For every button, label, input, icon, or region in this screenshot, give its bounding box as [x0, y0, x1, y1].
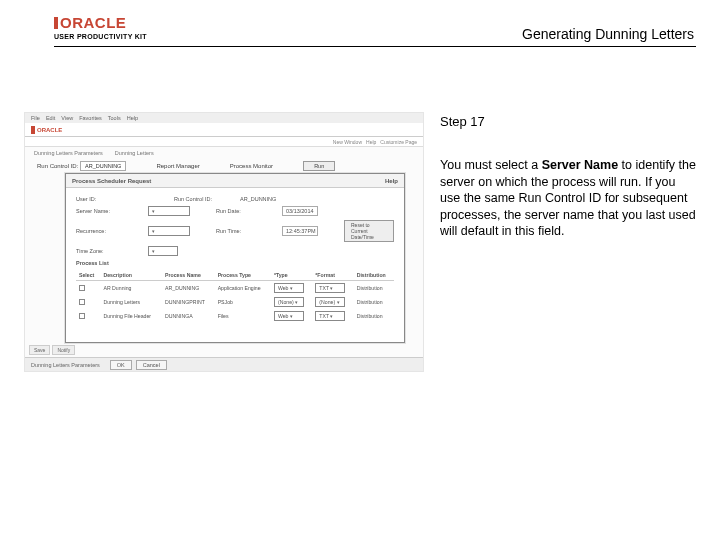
cell-dist-link[interactable]: Distribution [354, 281, 394, 296]
modal-title-text: Process Scheduler Request [72, 178, 151, 184]
instruction-before: You must select a [440, 158, 542, 172]
table-row: Dunning Letters DUNNINGPRINT PSJob (None… [76, 295, 394, 309]
recurrence-dropdown[interactable] [148, 226, 190, 236]
tab-dunning-letters[interactable]: Dunning Letters [112, 149, 157, 157]
col-select: Select [76, 270, 100, 281]
cell-desc: Dunning File Header [100, 309, 162, 323]
menu-favorites[interactable]: Favorites [79, 115, 102, 121]
server-name-label: Server Name: [76, 208, 122, 214]
footer-crumb: Dunning Letters Parameters [31, 362, 100, 368]
brand-block: ORACLE USER PRODUCTIVITY KIT [54, 14, 147, 40]
app-brand-text: ORACLE [37, 127, 62, 133]
cell-type-dd[interactable]: Web [274, 311, 304, 321]
col-format: *Format [312, 270, 353, 281]
cell-dist-link[interactable]: Distribution [354, 309, 394, 323]
app-screenshot: File Edit View Favorites Tools Help ORAC… [24, 112, 424, 372]
page-header: ORACLE USER PRODUCTIVITY KIT Generating … [0, 0, 720, 48]
col-process-type: Process Type [215, 270, 271, 281]
app-subheader: New Window Help Customize Page [25, 137, 423, 147]
process-list-heading: Process List [76, 260, 394, 266]
oracle-logo: ORACLE [54, 14, 147, 31]
ok-button[interactable]: OK [110, 360, 132, 370]
app-brand-bar: ORACLE [25, 123, 423, 137]
cell-ptype: PSJob [215, 295, 271, 309]
process-list-table: Select Description Process Name Process … [76, 270, 394, 323]
run-button[interactable]: Run [303, 161, 335, 171]
rundate-label: Run Date: [216, 208, 256, 214]
tab-strip: Dunning Letters Parameters Dunning Lette… [25, 147, 423, 159]
page-action-chips: Save Notify [29, 345, 75, 355]
content-row: File Edit View Favorites Tools Help ORAC… [24, 112, 696, 372]
tab-dunning-params[interactable]: Dunning Letters Parameters [31, 149, 106, 157]
instruction-bold: Server Name [542, 158, 618, 172]
timezone-dropdown[interactable] [148, 246, 178, 256]
cell-fmt-dd[interactable]: TXT [315, 283, 345, 293]
menu-tools[interactable]: Tools [108, 115, 121, 121]
chip-save[interactable]: Save [29, 345, 50, 355]
link-new-window[interactable]: New Window [333, 139, 362, 145]
runctl-modal-label: Run Control ID: [174, 196, 214, 202]
menu-help[interactable]: Help [127, 115, 138, 121]
runctl-label: Run Control ID: [37, 163, 78, 169]
instruction-text: You must select a Server Name to identif… [440, 157, 696, 240]
subbrand-text: USER PRODUCTIVITY KIT [54, 33, 147, 40]
table-row: Dunning File Header DUNNINGA Files Web T… [76, 309, 394, 323]
cell-pname: AR_DUNNING [162, 281, 215, 296]
cell-type-dd[interactable]: (None) [274, 297, 304, 307]
row-checkbox[interactable] [79, 313, 85, 319]
run-control-row: Run Control ID: AR_DUNNING Report Manage… [25, 159, 423, 173]
page-title: Generating Dunning Letters [522, 26, 694, 42]
userid-label: User ID: [76, 196, 122, 202]
timezone-label: Time Zone: [76, 248, 122, 254]
step-label: Step 17 [440, 114, 696, 129]
cell-ptype: Files [215, 309, 271, 323]
header-divider [54, 46, 696, 47]
col-type: *Type [271, 270, 312, 281]
cancel-button[interactable]: Cancel [136, 360, 167, 370]
link-process-monitor[interactable]: Process Monitor [230, 163, 273, 169]
process-scheduler-modal: Process Scheduler Request Help User ID: … [65, 173, 405, 343]
table-row: AR Dunning AR_DUNNING Application Engine… [76, 281, 394, 296]
row-checkbox[interactable] [79, 285, 85, 291]
cell-fmt-dd[interactable]: (None) [315, 297, 345, 307]
oracle-bar-icon [54, 17, 58, 29]
runctl-modal-value: AR_DUNNING [240, 196, 276, 202]
link-report-manager[interactable]: Report Manager [156, 163, 199, 169]
oracle-bar-icon [31, 126, 35, 134]
cell-fmt-dd[interactable]: TXT [315, 311, 345, 321]
server-name-dropdown[interactable] [148, 206, 190, 216]
browser-menubar: File Edit View Favorites Tools Help [25, 113, 423, 123]
row-checkbox[interactable] [79, 299, 85, 305]
runtime-field[interactable]: 12:45:37PM [282, 226, 318, 236]
menu-edit[interactable]: Edit [46, 115, 55, 121]
table-header-row: Select Description Process Name Process … [76, 270, 394, 281]
link-customize[interactable]: Customize Page [380, 139, 417, 145]
menu-file[interactable]: File [31, 115, 40, 121]
modal-titlebar: Process Scheduler Request Help [66, 174, 404, 188]
col-distribution: Distribution [354, 270, 394, 281]
cell-type-dd[interactable]: Web [274, 283, 304, 293]
modal-footer: Dunning Letters Parameters OK Cancel [25, 357, 423, 371]
col-process-name: Process Name [162, 270, 215, 281]
link-help[interactable]: Help [366, 139, 376, 145]
cell-desc: Dunning Letters [100, 295, 162, 309]
instruction-panel: Step 17 You must select a Server Name to… [440, 112, 696, 372]
cell-desc: AR Dunning [100, 281, 162, 296]
runtime-label: Run Time: [216, 228, 256, 234]
cell-pname: DUNNINGPRINT [162, 295, 215, 309]
recurrence-label: Recurrence: [76, 228, 122, 234]
modal-help-link[interactable]: Help [385, 178, 398, 184]
cell-ptype: Application Engine [215, 281, 271, 296]
runctl-value: AR_DUNNING [80, 161, 126, 171]
cell-pname: DUNNINGA [162, 309, 215, 323]
brand-text: ORACLE [60, 14, 126, 31]
chip-notify[interactable]: Notify [52, 345, 75, 355]
reset-datetime-button[interactable]: Reset to Current Date/Time [344, 220, 394, 242]
col-description: Description [100, 270, 162, 281]
rundate-field[interactable]: 03/13/2014 [282, 206, 318, 216]
menu-view[interactable]: View [61, 115, 73, 121]
cell-dist-link[interactable]: Distribution [354, 295, 394, 309]
modal-body: User ID: Run Control ID: AR_DUNNING Serv… [66, 188, 404, 327]
